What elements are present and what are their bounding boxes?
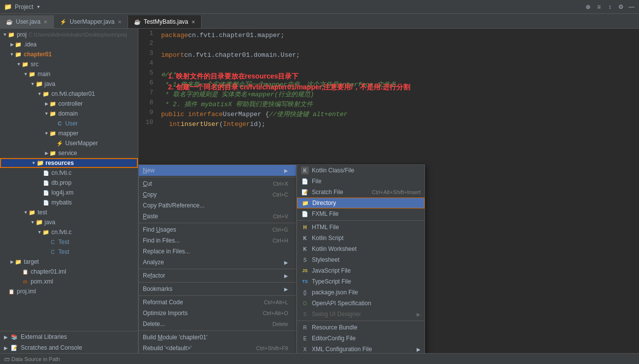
menu-item-rebuild[interactable]: Rebuild '<default>' Ctrl+Shift+F9 [139, 343, 296, 353]
submenu-item-typescript[interactable]: TS TypeScript File [297, 276, 425, 287]
java-icon-test1: C [49, 239, 56, 245]
scratches-item[interactable]: ▶ 📝 Scratches and Console [0, 342, 138, 353]
folder-icon-mapper: 📁 [49, 130, 56, 137]
menu-item-new[interactable]: New ▶ [139, 165, 296, 176]
tree-item-chapter01-iml[interactable]: 📋 chapter01.iml [0, 267, 138, 277]
icon-stylesheet: S [301, 256, 309, 264]
icon-resource-bundle: R [301, 324, 309, 331]
tab-label-testmybatis: TestMyBatis.java [144, 18, 188, 25]
lib-icon: 📚 [11, 334, 18, 340]
tree-item-mapper[interactable]: ▼ 📁 mapper [0, 128, 138, 138]
tree-item-java-test[interactable]: ▼ 📁 java [0, 217, 138, 227]
icon-editorconfig: E [301, 334, 309, 342]
sidebar: ▼ 📁 proj C:\Users\Administrator\Desktop\… [0, 29, 138, 353]
tree-item-target[interactable]: ▶ 📁 target [0, 257, 138, 267]
submenu-item-fxml[interactable]: 📄 FXML File [297, 208, 425, 219]
menu-item-copy-path[interactable]: Copy Path/Reference... [139, 200, 296, 211]
tree-item-test2[interactable]: C Test [0, 247, 138, 257]
folder-icon-target: 📁 [15, 258, 22, 265]
status-datasource[interactable]: 🗃 Data Source in Path [4, 356, 60, 362]
tab-close-user[interactable]: ✕ [43, 19, 47, 25]
sort-icon[interactable]: ↕ [606, 3, 613, 10]
label-chapter01: chapter01 [24, 51, 52, 58]
menu-item-find-usages[interactable]: Find Usages Ctrl+G [139, 224, 296, 235]
gear-icon[interactable]: ⚙ [617, 3, 624, 10]
tree-item-java[interactable]: ▼ 📁 java [0, 79, 138, 89]
submenu-item-html[interactable]: H HTML File [297, 222, 425, 233]
tree-item-db-prop[interactable]: 📄 db.prop [0, 178, 138, 188]
submenu-item-kotlin-worksheet[interactable]: K Kotlin Worksheet [297, 243, 425, 254]
tab-close-usermapper[interactable]: ✕ [118, 19, 122, 25]
settings-icon[interactable]: ⊕ [585, 3, 592, 10]
tree-item-controller[interactable]: ▶ 📁 controller [0, 99, 138, 109]
tree-item-cn-fvti-xml[interactable]: 📄 cn.fvti.c [0, 168, 138, 178]
tree-item-user[interactable]: C User [0, 119, 138, 128]
label-xml-config: XML Configuration File [312, 346, 414, 353]
menu-item-cut[interactable]: Cut Ctrl+X [139, 178, 296, 189]
menu-item-refactor[interactable]: Refactor ▶ [139, 270, 296, 281]
tree-item-src[interactable]: ▼ 📁 src [0, 59, 138, 69]
icon-javascript: JS [301, 267, 309, 275]
tab-usermapper-java[interactable]: ⚡ UserMapper.java ✕ [54, 15, 128, 28]
arrow-cn-fvti-xml [37, 170, 43, 176]
submenu-item-stylesheet[interactable]: S Stylesheet [297, 254, 425, 265]
tree-item-idea[interactable]: ▶ 📁 .idea [0, 40, 138, 49]
menu-item-paste[interactable]: Paste Ctrl+V [139, 211, 296, 222]
tab-close-testmybatis[interactable]: ✕ [191, 19, 195, 25]
tree-item-log4j[interactable]: 📄 log4j.xm [0, 188, 138, 198]
annotation-overlay: 1. 映射文件的目录要放在resources目录下 2. 创建一个同名的目录 c… [168, 72, 410, 92]
tree-item-package[interactable]: ▼ 📁 cn.fvti.chapter01 [0, 89, 138, 99]
menu-item-delete[interactable]: Delete... Delete [139, 319, 296, 329]
submenu-item-directory[interactable]: 📁 Directory [297, 198, 425, 208]
tree-item-main[interactable]: ▼ 📁 main [0, 69, 138, 79]
menu-item-optimize[interactable]: Optimize Imports Ctrl+Alt+O [139, 308, 296, 319]
submenu-item-javascript[interactable]: JS JavaScript File [297, 265, 425, 276]
submenu-item-scratch[interactable]: 📝 Scratch File Ctrl+Alt+Shift+Insert [297, 187, 425, 198]
tree-item-package-test[interactable]: ▼ 📁 cn.fvti.c [0, 227, 138, 237]
tree-item-test1[interactable]: C Test [0, 237, 138, 247]
structure-icon[interactable]: ≡ [596, 3, 602, 10]
label-scratch: Scratch File [312, 189, 369, 196]
tree-item-pom[interactable]: m pom.xml [0, 277, 138, 286]
tree-item-chapter01[interactable]: ▼ 📁 chapter01 [0, 49, 138, 59]
datasource-label: Data Source in Path [11, 356, 60, 362]
submenu-item-resource-bundle[interactable]: R Resource Bundle [297, 322, 425, 333]
java-icon-user: C [56, 120, 63, 127]
dropdown-icon[interactable]: ▼ [36, 4, 41, 9]
menu-item-find-files[interactable]: Find in Files... Ctrl+H [139, 235, 296, 246]
menu-item-build[interactable]: Build Module 'chapter01' [139, 332, 296, 343]
tree-item-service[interactable]: ▶ 📁 service [0, 148, 138, 158]
title-bar-icons: ⊕ ≡ ↕ ⚙ — [585, 3, 635, 10]
tab-user-java[interactable]: ☕ User.java ✕ [0, 15, 54, 28]
external-libraries-item[interactable]: ▶ 📚 External Libraries [0, 331, 138, 342]
shortcut-reformat: Ctrl+Alt+L [264, 299, 288, 305]
tree-item-usermapper[interactable]: ⚡ UserMapper [0, 138, 138, 148]
submenu-item-package-json[interactable]: {} package.json File [297, 287, 425, 298]
submenu-item-kotlin-script[interactable]: K Kotlin Script [297, 233, 425, 243]
tree-item-test[interactable]: ▼ 📁 test [0, 207, 138, 217]
menu-item-analyze[interactable]: Analyze ▶ [139, 257, 296, 268]
tree-item-domain[interactable]: ▼ 📁 domain [0, 109, 138, 119]
arrow-db-prop [37, 180, 43, 186]
tab-testmybatis-java[interactable]: ☕ TestMyBatis.java ✕ [128, 15, 202, 28]
project-label[interactable]: Project [15, 3, 33, 10]
menu-item-reformat[interactable]: Reformat Code Ctrl+Alt+L [139, 297, 296, 308]
submenu-item-file[interactable]: 📄 File [297, 176, 425, 187]
submenu-item-xml-config[interactable]: X XML Configuration File ▶ [297, 344, 425, 353]
arrow-proj-iml [2, 288, 8, 294]
submenu-item-openapi[interactable]: O OpenAPI Specification [297, 298, 425, 309]
arrow-main: ▼ [23, 71, 29, 77]
submenu-item-editorconfig[interactable]: E EditorConfig File [297, 333, 425, 344]
icon-scratch: 📝 [301, 188, 309, 196]
tree-item-mybatis[interactable]: 📄 mybatis [0, 198, 138, 207]
submenu-item-kotlin-class[interactable]: K Kotlin Class/File [297, 165, 425, 176]
menu-item-replace[interactable]: Replace in Files... [139, 246, 296, 257]
label-user: User [65, 120, 78, 127]
tree-item-proj[interactable]: ▼ 📁 proj C:\Users\Administrator\Desktop\… [0, 30, 138, 40]
menu-item-bookmarks[interactable]: Bookmarks ▶ [139, 283, 296, 294]
menu-item-copy[interactable]: Copy Ctrl+C [139, 189, 296, 200]
tree-item-proj-iml[interactable]: 📋 proj.iml [0, 286, 138, 296]
tree-item-resources[interactable]: ▼ 📁 resources [0, 158, 138, 168]
arrow-chapter01: ▼ [9, 51, 15, 57]
minimize-icon[interactable]: — [628, 3, 635, 10]
